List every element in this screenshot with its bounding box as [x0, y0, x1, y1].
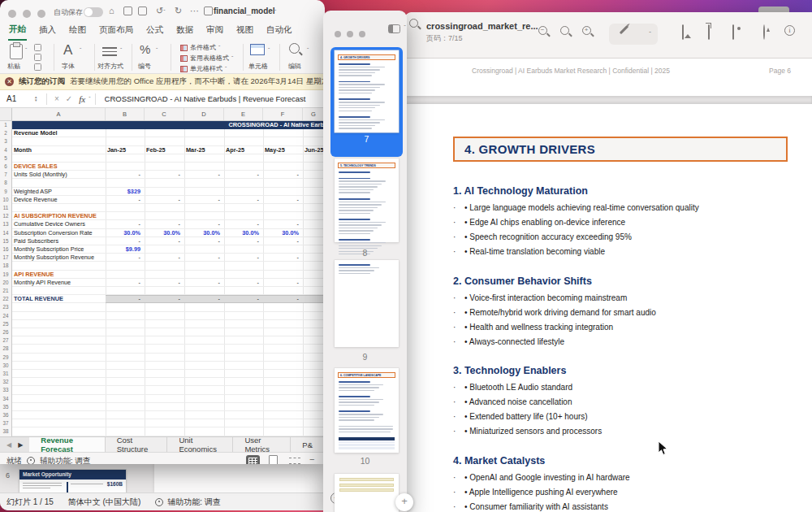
row-header-25[interactable]: 25 [0, 320, 11, 328]
font-chevron-icon[interactable]: ˇ [80, 47, 81, 53]
sheet-tab-revenue-forecast[interactable]: Revenue Forecast [29, 437, 105, 452]
page-thumbnail-11[interactable] [335, 474, 399, 512]
grid-row-12[interactable]: AI SUBSCRIPTION REVENUE [12, 212, 325, 220]
row-header-32[interactable]: 32 [0, 378, 11, 386]
minimize-button[interactable] [23, 10, 31, 18]
markup-button[interactable]: ˇ [609, 24, 658, 45]
menu-tab-审阅[interactable]: 审阅 [205, 20, 224, 40]
row-header-29[interactable]: 29 [0, 354, 11, 362]
panel-window-controls[interactable] [335, 26, 371, 41]
row-header-16[interactable]: 16 [0, 245, 11, 254]
row-header-22[interactable]: 22 [0, 295, 11, 303]
grid-row-26[interactable] [12, 328, 325, 336]
cell-D10[interactable]: - [184, 196, 224, 204]
excel-titlebar[interactable]: 自动保存 ⌂ ↺ˇ ↻ ⋯ financial_model ˇ [0, 0, 325, 20]
alignment-icon[interactable] [102, 47, 117, 57]
cell-A19[interactable]: API REVENUE [14, 271, 54, 279]
row-header-21[interactable]: 21 [0, 287, 11, 295]
grid-row-25[interactable] [12, 320, 325, 328]
grid-row-4[interactable]: MonthJan-25Feb-25Mar-25Apr-25May-25Jun-2… [12, 146, 325, 154]
row-header-1[interactable]: 1 [0, 121, 11, 129]
zoom-button[interactable] [359, 31, 365, 37]
row-header-14[interactable]: 14 [0, 229, 11, 237]
row-header-2[interactable]: 2 [0, 129, 11, 137]
grid-row-27[interactable] [12, 336, 325, 345]
row-header-26[interactable]: 26 [0, 328, 11, 336]
row-header-36[interactable]: 36 [0, 411, 11, 419]
grid-row-32[interactable] [12, 378, 325, 386]
grid-row-6[interactable]: DEVICE SALES [12, 163, 325, 171]
menu-tab-自动化[interactable]: 自动化 [266, 20, 293, 40]
grid-row-34[interactable] [12, 395, 325, 403]
cell-D20[interactable]: - [184, 279, 224, 287]
row-header-8[interactable]: 8 [0, 179, 11, 187]
row-header-27[interactable]: 27 [0, 336, 11, 345]
grid-row-5[interactable] [12, 154, 325, 163]
conditional-format-button[interactable]: 条件格式ˇ [180, 43, 220, 52]
normal-view-button[interactable] [246, 455, 260, 464]
cell-E13[interactable]: - [224, 220, 263, 228]
cell-A13[interactable]: Cumulative Device Owners [14, 220, 85, 228]
cancel-entry-icon[interactable]: × [54, 94, 59, 103]
markup-toolbar-icon[interactable] [732, 24, 734, 40]
column-header-E[interactable]: E [224, 108, 263, 120]
row-header-3[interactable]: 3 [0, 137, 11, 145]
close-button[interactable] [335, 31, 341, 37]
cell-F10[interactable]: - [263, 196, 303, 204]
row-header-24[interactable]: 24 [0, 312, 11, 320]
page-layout-view-button[interactable] [269, 455, 278, 464]
document-title[interactable]: financial_model [214, 7, 275, 15]
grid-row-16[interactable]: Monthly Subscription Price$9.99 [12, 245, 325, 254]
name-box-stepper[interactable]: ▲▼ [34, 96, 42, 102]
grid-row-29[interactable] [12, 354, 325, 362]
zoom-button[interactable] [37, 10, 45, 18]
undo-icon[interactable]: ↺ˇ [156, 6, 166, 17]
sheet-tab-user-metrics[interactable]: User Metrics [233, 437, 291, 452]
sheet-tab-p-[interactable]: P& [291, 437, 325, 452]
cell-A14[interactable]: Subscription Conversion Rate [14, 229, 93, 237]
crop-icon[interactable] [708, 24, 710, 40]
cell-D15[interactable]: - [184, 237, 224, 245]
grid-row-28[interactable] [12, 345, 325, 353]
column-header-A[interactable]: A [12, 108, 106, 120]
format-painter-icon[interactable] [34, 63, 41, 71]
grid-row-24[interactable] [12, 312, 325, 320]
grid-row-19[interactable]: API REVENUE [12, 271, 325, 279]
editing-label[interactable]: 编辑 [288, 62, 301, 71]
select-all-corner[interactable] [0, 108, 12, 120]
sheet-tab-unit-economics[interactable]: Unit Economics [167, 437, 233, 452]
cell-B4[interactable]: Jan-25 [106, 146, 145, 154]
row-header-12[interactable]: 12 [0, 212, 11, 220]
paste-chevron-icon[interactable]: ˇ [25, 47, 27, 53]
menu-tab-插入[interactable]: 插入 [38, 20, 57, 40]
cell-B9[interactable]: $329 [106, 188, 145, 196]
row-header-30[interactable]: 30 [0, 362, 11, 370]
cell-A4[interactable]: Month [14, 146, 32, 154]
grid-row-17[interactable]: Monthly Subscription Revenue----- [12, 254, 325, 262]
row-header-6[interactable]: 6 [0, 163, 11, 171]
cell-A10[interactable]: Device Revenue [14, 196, 58, 204]
paste-icon[interactable] [10, 44, 23, 59]
cell-A9[interactable]: Weighted ASP [14, 188, 52, 196]
cell-A17[interactable]: Monthly Subscription Revenue [14, 254, 94, 262]
cell-C7[interactable]: - [145, 171, 184, 179]
paste-label[interactable]: 粘贴 [7, 62, 20, 71]
menu-tab-绘图[interactable]: 绘图 [68, 20, 87, 40]
zoom-in-icon[interactable]: + [582, 26, 591, 35]
page-thumbnail-10[interactable]: 6. COMPETITIVE LANDSCAPE [335, 368, 399, 453]
sheet-tab-cost-structure[interactable]: Cost Structure [106, 437, 168, 452]
cell-A7[interactable]: Units Sold (Monthly) [14, 171, 67, 179]
cells-label[interactable]: 单元格 [248, 62, 268, 71]
grid-row-37[interactable] [12, 419, 325, 427]
menu-tab-数据[interactable]: 数据 [175, 20, 194, 40]
preview-toolbar[interactable]: crossingroad_market_re... 页码：7/15 − + ˇ … [404, 12, 812, 59]
home-icon[interactable]: ⌂ [109, 6, 114, 16]
actual-size-icon[interactable] [560, 26, 569, 35]
grid-row-31[interactable] [12, 370, 325, 378]
cell-F14[interactable]: 30.0% [263, 229, 303, 237]
grid-row-8[interactable] [12, 179, 325, 187]
grid-row-9[interactable]: Weighted ASP$329 [12, 188, 325, 196]
alignment-label[interactable]: 对齐方式 [97, 62, 123, 71]
row-header-23[interactable]: 23 [0, 303, 11, 311]
cell-C17[interactable]: - [145, 254, 184, 262]
